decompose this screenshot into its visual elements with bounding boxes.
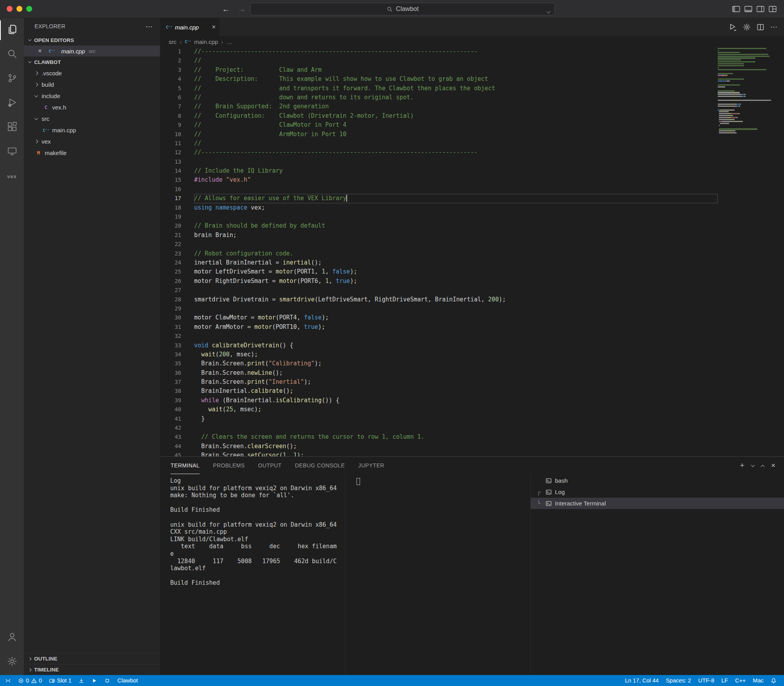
code-line-34[interactable]: 34 wait(200, msec); (160, 350, 784, 359)
gear-icon[interactable] (743, 23, 751, 31)
command-center[interactable]: Clawbot (250, 3, 555, 15)
activity-extensions[interactable] (0, 115, 24, 140)
code-line-31[interactable]: 31motor ArmMotor = motor(PORT10, true); (160, 323, 784, 332)
status-vex-download[interactable] (75, 675, 88, 686)
tree-item-include[interactable]: include (24, 90, 160, 102)
open-editors-header[interactable]: OPEN EDITORS (24, 35, 160, 46)
more-actions-icon[interactable]: ⋯ (770, 23, 777, 31)
tree-item-main.cpp[interactable]: C⁺⁺main.cpp (24, 124, 160, 136)
status-vex-play[interactable] (88, 675, 101, 686)
status-remote-os[interactable]: Mac (749, 675, 767, 686)
breadcrumb-item-2[interactable]: … (226, 38, 232, 45)
panel-tab-jupyter[interactable]: JUPYTER (358, 457, 384, 474)
code-line-28[interactable]: 28smartdrive Drivetrain = smartdrive(Lef… (160, 295, 784, 304)
status-encoding[interactable]: UTF-8 (695, 675, 718, 686)
customize-layout-icon[interactable] (768, 5, 777, 13)
terminal-profile-chevron-icon[interactable] (751, 464, 754, 467)
status-cursor-position[interactable]: Ln 17, Col 44 (621, 675, 662, 686)
code-line-24[interactable]: 24inertial BrainInertial = inertial(); (160, 258, 784, 267)
code-line-42[interactable]: 42 (160, 423, 784, 432)
breadcrumb-item-1[interactable]: main.cpp (194, 38, 218, 45)
panel-tab-terminal[interactable]: TERMINAL (171, 457, 200, 474)
workspace-root-header[interactable]: CLAWBOT (24, 57, 160, 68)
activity-vex[interactable]: vex (0, 164, 24, 188)
toggle-panel-icon[interactable] (744, 5, 753, 13)
code-line-17[interactable]: 17// Allows for easier use of the VEX Li… (160, 194, 784, 203)
code-line-22[interactable]: 22 (160, 240, 784, 249)
activity-search[interactable] (0, 42, 24, 67)
code-editor[interactable]: 1//-------------------------------------… (160, 47, 784, 456)
tab-main-cpp[interactable]: C⁺⁺ main.cpp × (160, 18, 220, 36)
code-line-18[interactable]: 18using namespace vex; (160, 203, 784, 212)
code-line-12[interactable]: 12//------------------------------------… (160, 148, 784, 157)
close-icon[interactable]: × (38, 47, 44, 55)
code-line-8[interactable]: 8// Configuration: Clawbot (Drivetrain 2… (160, 111, 784, 120)
maximize-panel-icon[interactable] (761, 464, 764, 467)
code-line-29[interactable]: 29 (160, 304, 784, 313)
status-indentation[interactable]: Spaces: 2 (662, 675, 695, 686)
status-eol[interactable]: LF (718, 675, 731, 686)
terminal-output[interactable]: Logunix build for platform vexiq2 on Dar… (160, 474, 345, 675)
code-line-32[interactable]: 32 (160, 332, 784, 341)
code-line-6[interactable]: 6// down and returns to its original spo… (160, 93, 784, 102)
code-line-2[interactable]: 2// (160, 56, 784, 65)
activity-run-debug[interactable] (0, 91, 24, 115)
new-terminal-button[interactable]: + (740, 461, 744, 470)
status-remote-indicator[interactable] (2, 675, 15, 686)
tree-item-src[interactable]: src (24, 113, 160, 124)
status-vex-stop[interactable] (101, 675, 114, 686)
code-line-40[interactable]: 40 wait(25, msec); (160, 405, 784, 414)
toggle-primary-sidebar-icon[interactable] (732, 5, 740, 13)
status-notifications[interactable] (767, 675, 780, 686)
tree-item-vex[interactable]: vex (24, 136, 160, 147)
code-line-35[interactable]: 35 Brain.Screen.print("Calibrating"); (160, 359, 784, 368)
code-line-37[interactable]: 37 Brain.Screen.print("Inertial"); (160, 378, 784, 387)
tree-item-makefile[interactable]: Mmakefile (24, 147, 160, 159)
status-vex-slot[interactable]: Slot 1 (45, 675, 75, 686)
code-line-11[interactable]: 11// (160, 139, 784, 148)
code-line-25[interactable]: 25motor LeftDriveSmart = motor(PORT1, 1,… (160, 267, 784, 276)
code-line-21[interactable]: 21brain Brain; (160, 231, 784, 240)
chevron-down-icon[interactable] (547, 8, 550, 15)
code-line-4[interactable]: 4// Description: This example will show … (160, 75, 784, 84)
panel-tab-debug-console[interactable]: DEBUG CONSOLE (295, 457, 345, 474)
activity-source-control[interactable] (0, 67, 24, 91)
open-editor-item-main-cpp[interactable]: × C⁺⁺ main.cpp src (24, 46, 160, 57)
more-actions-icon[interactable]: ⋯ (146, 22, 153, 31)
outline-section-header[interactable]: OUTLINE (24, 653, 160, 664)
code-line-26[interactable]: 26motor RightDriveSmart = motor(PORT6, 1… (160, 277, 784, 286)
code-line-1[interactable]: 1//-------------------------------------… (160, 47, 784, 56)
code-line-9[interactable]: 9// ClawMotor in Port 4 (160, 120, 784, 130)
interactive-terminal-pane[interactable] (345, 474, 530, 675)
breadcrumb-item-0[interactable]: src (169, 38, 176, 45)
tree-item-.vscode[interactable]: .vscode (24, 68, 160, 79)
code-line-45[interactable]: 45 Brain.Screen.setCursor(1, 1); (160, 451, 784, 456)
code-line-3[interactable]: 3// Project: Claw and Arm (160, 66, 784, 75)
terminal-list-item-interactive-terminal[interactable]: └Interactive Terminal (531, 498, 784, 509)
tree-item-build[interactable]: build (24, 79, 160, 90)
minimap[interactable] (718, 48, 777, 134)
code-line-13[interactable]: 13 (160, 157, 784, 166)
close-tab-icon[interactable]: × (212, 23, 216, 31)
back-button[interactable]: ← (222, 5, 230, 14)
split-editor-icon[interactable] (757, 23, 764, 31)
panel-tab-problems[interactable]: PROBLEMS (213, 457, 245, 474)
code-line-27[interactable]: 27 (160, 286, 784, 295)
code-line-44[interactable]: 44 Brain.Screen.clearScreen(); (160, 442, 784, 451)
code-line-14[interactable]: 14// Include the IQ Library (160, 166, 784, 175)
code-line-30[interactable]: 30motor ClawMotor = motor(PORT4, false); (160, 313, 784, 322)
minimize-window-button[interactable] (16, 6, 22, 12)
activity-explorer[interactable] (0, 18, 24, 42)
code-line-15[interactable]: 15#include "vex.h" (160, 175, 784, 184)
code-line-43[interactable]: 43 // Clears the screen and returns the … (160, 432, 784, 442)
code-line-41[interactable]: 41 } (160, 414, 784, 423)
code-line-38[interactable]: 38 BrainInertial.calibrate(); (160, 387, 784, 396)
status-problems[interactable]: 00 (15, 675, 45, 686)
activity-accounts[interactable] (0, 626, 24, 650)
code-line-7[interactable]: 7// Brain Supported: 2nd generation (160, 102, 784, 111)
terminal-list-item-log[interactable]: ┌Log (531, 486, 784, 498)
timeline-section-header[interactable]: TIMELINE (24, 664, 160, 675)
code-line-19[interactable]: 19 (160, 212, 784, 221)
code-line-36[interactable]: 36 Brain.Screen.newLine(); (160, 369, 784, 378)
forward-button[interactable]: → (238, 5, 246, 14)
